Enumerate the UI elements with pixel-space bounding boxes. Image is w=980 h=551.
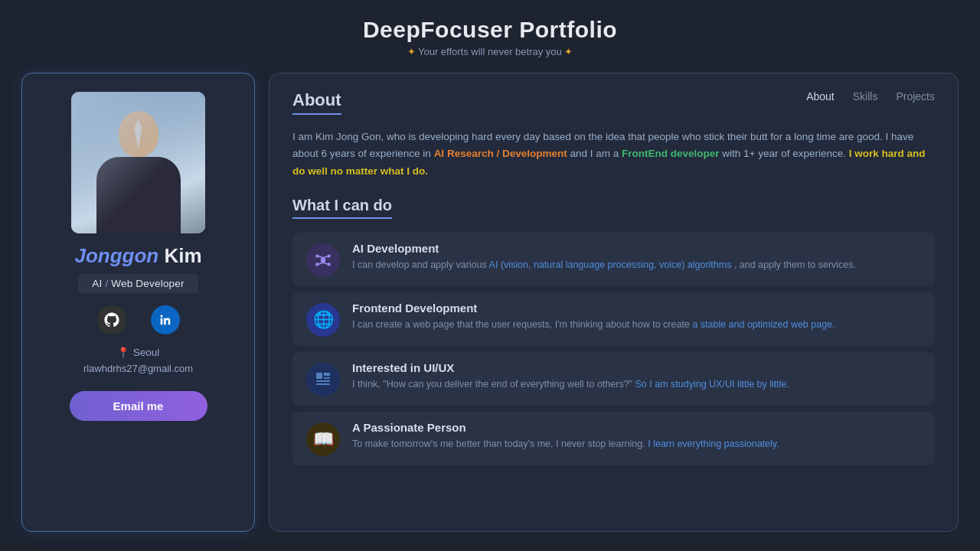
globe-emoji: 🌐 — [313, 310, 334, 330]
svg-rect-13 — [316, 383, 330, 385]
github-icon[interactable] — [97, 305, 126, 334]
page-title: DeepFocuser Portfolio — [0, 17, 980, 43]
ai-desc-end: , and apply them to services. — [734, 259, 856, 270]
avatar-placeholder — [71, 92, 205, 233]
tab-skills[interactable]: Skills — [853, 90, 878, 104]
pp-skill-desc: To make tomorrow's me better than today'… — [352, 437, 779, 452]
person-name: Jonggon Kim — [74, 244, 201, 268]
fe-skill-title: Frontend Development — [352, 302, 835, 315]
skill-card-ui: Interested in UI/UX I think, "How can yo… — [292, 352, 935, 406]
content-header: About About Skills Projects — [292, 90, 935, 115]
svg-rect-11 — [324, 377, 330, 379]
email-button[interactable]: Email me — [70, 391, 207, 421]
skill-card-pp: 📖 A Passionate Person To make tomorrow's… — [292, 412, 935, 465]
location-pin-icon: 📍 — [117, 347, 129, 358]
fe-skill-info: Frontend Development I can create a web … — [352, 302, 835, 332]
ui-desc-highlight: So I am studying UX/UI little by little. — [635, 379, 789, 390]
passionate-icon: 📖 — [306, 422, 340, 456]
uiux-icon — [306, 363, 340, 396]
bolt-icon-right: ✦ — [564, 46, 573, 57]
location-text: Seoul — [133, 347, 160, 358]
fe-desc-plain: I can create a web page that the user re… — [352, 319, 692, 330]
fe-skill-desc: I can create a web page that the user re… — [352, 318, 835, 332]
avatar-light — [71, 92, 205, 233]
linkedin-svg — [158, 313, 172, 327]
what-section-title: What I can do — [292, 197, 392, 219]
linkedin-icon[interactable] — [151, 305, 180, 334]
svg-rect-12 — [316, 380, 330, 382]
fe-desc-highlight: a stable and optimized web page. — [692, 319, 835, 330]
first-name: Jonggon — [74, 244, 158, 267]
tab-projects[interactable]: Projects — [896, 90, 935, 104]
ai-development-icon — [306, 243, 340, 277]
highlight-ai-research: AI Research / Development — [434, 148, 567, 159]
skill-cards: AI Development I can develop and apply v… — [292, 233, 935, 465]
pp-skill-title: A Passionate Person — [352, 421, 779, 434]
ai-skill-info: AI Development I can develop and apply v… — [352, 242, 856, 272]
active-section-title: About — [292, 90, 341, 115]
svg-point-0 — [321, 258, 326, 263]
ui-desc-plain: I think, "How can you deliver the end of… — [352, 379, 635, 390]
subtitle-text: Your efforts will never betray you — [418, 46, 565, 57]
role-badge: AI / Web Developer — [78, 274, 198, 293]
skill-card-ai: AI Development I can develop and apply v… — [292, 233, 935, 286]
pp-desc-plain: To make tomorrow's me better than today'… — [352, 439, 648, 449]
tab-about[interactable]: About — [806, 90, 835, 104]
ai-desc-highlight: AI (vision, natural language processing,… — [489, 259, 732, 270]
svg-rect-9 — [316, 373, 322, 379]
pp-skill-info: A Passionate Person To make tomorrow's m… — [352, 421, 779, 452]
page-header: DeepFocuser Portfolio ✦ Your efforts wil… — [0, 0, 980, 65]
book-emoji: 📖 — [313, 429, 334, 449]
frontend-icon: 🌐 — [306, 303, 340, 337]
ai-skill-desc: I can develop and apply various AI (visi… — [352, 258, 856, 272]
bolt-icon-left: ✦ — [407, 46, 416, 57]
ui-skill-title: Interested in UI/UX — [352, 361, 789, 374]
skill-card-fe: 🌐 Frontend Development I can create a we… — [292, 292, 935, 346]
last-name: Kim — [164, 244, 201, 267]
ai-desc-plain: I can develop and apply various — [352, 259, 489, 270]
page-subtitle: ✦ Your efforts will never betray you ✦ — [0, 46, 980, 57]
location-row: 📍 Seoul — [117, 347, 160, 358]
email-display: rlawhdrhs27@gmail.com — [83, 363, 193, 374]
ui-skill-desc: I think, "How can you deliver the end of… — [352, 377, 789, 392]
uiux-svg — [314, 370, 332, 389]
ai-skill-title: AI Development — [352, 242, 856, 255]
github-svg — [104, 312, 119, 328]
avatar — [71, 92, 205, 233]
sidebar: Jonggon Kim AI / Web Developer — [21, 73, 255, 532]
content-panel: About About Skills Projects I am Kim Jon… — [269, 73, 959, 532]
svg-rect-10 — [324, 373, 330, 376]
about-plain-3: with 1+ year of experience. — [722, 148, 848, 159]
role-web: Web Developer — [111, 278, 184, 289]
ui-skill-info: Interested in UI/UX I think, "How can yo… — [352, 361, 789, 392]
nav-tabs: About Skills Projects — [806, 90, 935, 104]
highlight-frontend: FrontEnd developer — [622, 148, 720, 159]
about-plain-2: and I am a — [570, 148, 622, 159]
ai-svg — [313, 250, 333, 270]
about-paragraph: I am Kim Jong Gon, who is developing har… — [292, 129, 935, 180]
main-layout: Jonggon Kim AI / Web Developer — [0, 65, 980, 547]
pp-desc-highlight: I learn everything passionately. — [648, 439, 779, 449]
social-links — [97, 305, 180, 334]
role-ai: AI — [92, 278, 102, 289]
